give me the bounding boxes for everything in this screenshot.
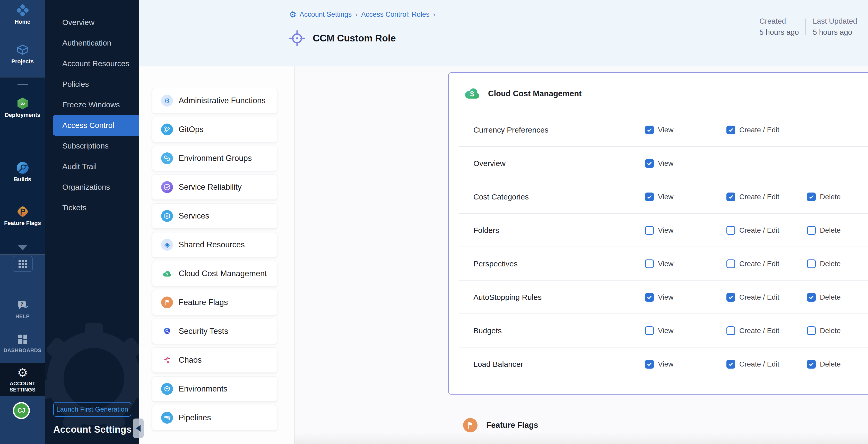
- sidebar-item-account-resources[interactable]: Account Resources: [45, 53, 139, 74]
- created-value: 5 hours ago: [760, 28, 799, 36]
- permission-checkbox-view[interactable]: View: [645, 326, 673, 335]
- resource-card-pipelines[interactable]: Pipelines: [152, 405, 277, 431]
- permission-checkbox-create-edit[interactable]: Create / Edit: [726, 259, 779, 268]
- sidebar-item-freeze-windows[interactable]: Freeze Windows: [45, 94, 139, 115]
- settings-sidebar: OverviewAuthenticationAccount ResourcesP…: [45, 0, 139, 444]
- resource-card-gitops[interactable]: GitOps: [152, 117, 277, 142]
- permission-checkbox-view[interactable]: View: [645, 259, 673, 268]
- resource-card-service-reliability[interactable]: Service Reliability: [152, 175, 277, 200]
- rail-item-home[interactable]: Home: [0, 4, 45, 25]
- resource-card-feature-flags[interactable]: Feature Flags: [152, 290, 277, 315]
- permission-checkbox-delete[interactable]: Delete: [807, 326, 841, 335]
- rail-item-projects[interactable]: Projects: [0, 43, 45, 65]
- permission-checkbox-create-edit[interactable]: Create / Edit: [726, 226, 779, 235]
- checked-checkbox-icon[interactable]: [726, 360, 735, 369]
- permission-checkbox-view[interactable]: View: [645, 159, 673, 168]
- rail-item-account-settings[interactable]: ⚙ ACCOUNT SETTINGS: [0, 366, 45, 393]
- resource-card-administrative-functions[interactable]: ⚙ Administrative Functions: [152, 88, 277, 113]
- permission-checkbox-create-edit[interactable]: Create / Edit: [726, 326, 779, 335]
- resource-card-chaos[interactable]: Chaos: [152, 347, 277, 373]
- sidebar-item-organizations[interactable]: Organizations: [45, 177, 139, 197]
- permission-checkbox-create-edit[interactable]: Create / Edit: [726, 293, 779, 302]
- resource-card-environments[interactable]: Environments: [152, 376, 277, 402]
- resource-card-label: Feature Flags: [179, 298, 228, 307]
- chevron-down-icon[interactable]: [18, 245, 27, 250]
- resource-card-environment-groups[interactable]: Environment Groups: [152, 146, 277, 171]
- permission-checkbox-create-edit[interactable]: Create / Edit: [726, 126, 779, 134]
- module-selector-button[interactable]: [12, 256, 33, 272]
- resource-card-shared-resources[interactable]: ◈ Shared Resources: [152, 232, 277, 257]
- sidebar-item-policies[interactable]: Policies: [45, 74, 139, 94]
- breadcrumb-separator-icon: ›: [355, 10, 358, 19]
- unchecked-checkbox-icon[interactable]: [726, 326, 735, 335]
- permission-checkbox-view[interactable]: View: [645, 226, 673, 235]
- unchecked-checkbox-icon[interactable]: [726, 259, 735, 268]
- resource-card-services[interactable]: Services: [152, 203, 277, 228]
- permission-checkbox-create-edit[interactable]: Create / Edit: [726, 360, 779, 369]
- checked-checkbox-icon[interactable]: [807, 293, 816, 302]
- resource-card-cloud-cost-management[interactable]: $ Cloud Cost Management: [152, 261, 277, 286]
- permission-row-label: Load Balancer: [473, 360, 523, 369]
- unchecked-checkbox-icon[interactable]: [726, 226, 735, 235]
- help-chat-icon: ?: [0, 298, 45, 312]
- checked-checkbox-icon[interactable]: [645, 293, 654, 302]
- permission-checkbox-delete[interactable]: Delete: [807, 226, 841, 235]
- resource-card-label: Chaos: [179, 355, 202, 365]
- rail-item-feature-flags[interactable]: Feature Flags: [0, 205, 45, 226]
- permission-checkbox-create-edit[interactable]: Create / Edit: [726, 193, 779, 201]
- security-tests-icon: [161, 325, 173, 337]
- rail-item-label: DASHBOARDS: [0, 347, 45, 353]
- sidebar-item-access-control[interactable]: Access Control: [53, 115, 139, 136]
- breadcrumb-access-control-roles[interactable]: Access Control: Roles: [361, 10, 430, 19]
- rail-item-label-line2: SETTINGS: [0, 387, 45, 393]
- breadcrumb-account-settings[interactable]: Account Settings: [300, 10, 352, 19]
- permission-checkbox-label: View: [658, 193, 673, 201]
- rail-item-deployments[interactable]: ∞ Deployments: [0, 97, 45, 118]
- permission-checkbox-delete[interactable]: Delete: [807, 259, 841, 268]
- rail-item-dashboards[interactable]: DASHBOARDS: [0, 332, 45, 353]
- permission-checkbox-label: Delete: [820, 360, 841, 368]
- launch-first-generation-button[interactable]: Launch First Generation: [53, 402, 131, 417]
- permission-row-label: Overview: [473, 159, 505, 168]
- checked-checkbox-icon[interactable]: [726, 193, 735, 201]
- checked-checkbox-icon[interactable]: [726, 126, 735, 134]
- sidebar-item-authentication[interactable]: Authentication: [45, 33, 139, 53]
- admin-functions-icon: ⚙: [161, 95, 173, 106]
- rail-item-label: Home: [0, 19, 45, 25]
- next-section-title: Feature Flags: [486, 420, 538, 430]
- unchecked-checkbox-icon[interactable]: [645, 259, 654, 268]
- unchecked-checkbox-icon[interactable]: [645, 226, 654, 235]
- permission-checkbox-view[interactable]: View: [645, 193, 673, 201]
- rail-item-builds[interactable]: Builds: [0, 161, 45, 183]
- permission-checkbox-view[interactable]: View: [645, 126, 673, 134]
- permission-checkbox-view[interactable]: View: [645, 360, 673, 369]
- rail-item-help[interactable]: ? HELP: [0, 298, 45, 319]
- user-avatar[interactable]: CJ: [13, 402, 30, 419]
- permission-checkbox-delete[interactable]: Delete: [807, 193, 841, 201]
- unchecked-checkbox-icon[interactable]: [807, 226, 816, 235]
- sidebar-item-subscriptions[interactable]: Subscriptions: [45, 136, 139, 156]
- unchecked-checkbox-icon[interactable]: [645, 326, 654, 335]
- checked-checkbox-icon[interactable]: [645, 193, 654, 201]
- sidebar-item-audit-trail[interactable]: Audit Trail: [45, 156, 139, 177]
- checked-checkbox-icon[interactable]: [645, 126, 654, 134]
- permission-row-load-balancer: Load Balancer View Create / Edit Delete: [459, 347, 868, 395]
- checked-checkbox-icon[interactable]: [726, 293, 735, 302]
- unchecked-checkbox-icon[interactable]: [807, 259, 816, 268]
- shared-resources-icon: ◈: [161, 239, 173, 251]
- checked-checkbox-icon[interactable]: [645, 360, 654, 369]
- checked-checkbox-icon[interactable]: [645, 159, 654, 168]
- resource-card-security-tests[interactable]: Security Tests: [152, 319, 277, 344]
- checked-checkbox-icon[interactable]: [807, 360, 816, 369]
- permission-checkbox-delete[interactable]: Delete: [807, 293, 841, 302]
- sidebar-collapse-button[interactable]: [133, 418, 144, 438]
- permission-checkbox-label: Create / Edit: [739, 193, 779, 201]
- sidebar-item-tickets[interactable]: Tickets: [45, 197, 139, 218]
- sidebar-item-overview[interactable]: Overview: [45, 12, 139, 33]
- checked-checkbox-icon[interactable]: [807, 193, 816, 201]
- unchecked-checkbox-icon[interactable]: [807, 326, 816, 335]
- permission-checkbox-delete[interactable]: Delete: [807, 360, 841, 369]
- gitops-icon: [161, 124, 173, 135]
- permission-checkbox-view[interactable]: View: [645, 293, 673, 302]
- permission-row-label: Perspectives: [473, 259, 518, 268]
